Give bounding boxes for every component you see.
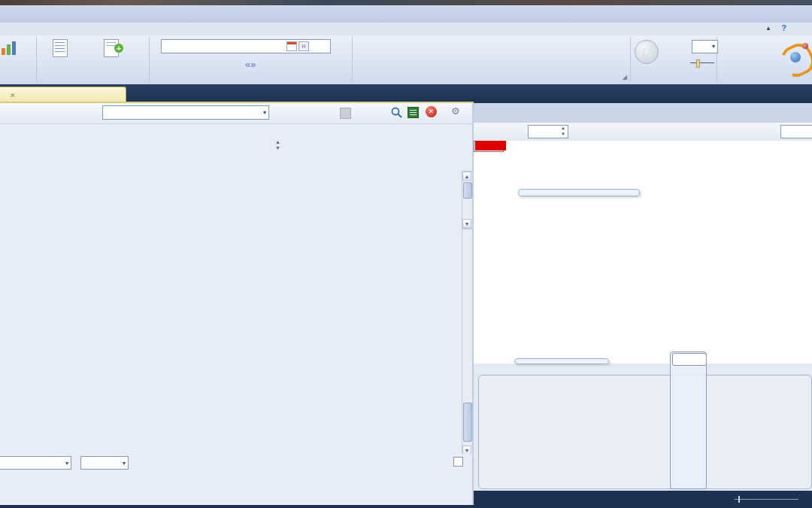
trade-log-icon	[53, 39, 68, 57]
settings-gear-icon[interactable]: ⚙	[451, 105, 460, 117]
analysis-panel: ▾ ✕ ⚙ ▲▼ ▲▼ ▼ ▾ ▾	[0, 103, 474, 508]
current-price-highlight	[670, 351, 707, 489]
checkbox-icon[interactable]	[453, 457, 463, 467]
quote-spinner[interactable]: ▲▼	[275, 139, 285, 153]
help-icon[interactable]: ?	[781, 23, 786, 32]
status-bar	[474, 491, 812, 508]
zoom-slider-thumb[interactable]	[738, 496, 740, 503]
background-strip	[0, 0, 812, 5]
auto-select[interactable]: ▾	[80, 456, 129, 470]
export-grid-icon[interactable]	[408, 107, 419, 118]
date-field[interactable]: H	[161, 39, 331, 53]
risk-chart-svg[interactable]	[474, 141, 812, 364]
playback-group: ▶ ▾	[630, 37, 717, 82]
position-toolbar: ▾ ✕ ⚙	[0, 103, 474, 124]
bottom-strip	[0, 505, 474, 508]
history-icon[interactable]: H	[298, 41, 309, 51]
vol-adjust-spinner[interactable]: ▲ ▼	[528, 125, 568, 138]
date-group: H «»	[149, 37, 353, 82]
menu-tools[interactable]	[6, 30, 21, 33]
play-button[interactable]: ▶	[635, 40, 659, 64]
chain-footer-bar: ▾ ▾	[0, 454, 474, 470]
optionnet-explorer-window: ▲ ? +	[0, 0, 812, 508]
tab-close-icon[interactable]: ✕	[10, 92, 16, 99]
calendar-icon[interactable]	[286, 41, 297, 51]
risk-chart[interactable]	[474, 141, 812, 364]
zoom-slider[interactable]	[735, 499, 798, 500]
ribbon: + H «» ◢	[0, 35, 812, 84]
document-tab-bar: ✕	[0, 84, 812, 103]
current-pnl-marker	[475, 141, 506, 151]
greeks-panel	[478, 375, 812, 489]
current-price-box	[672, 353, 707, 366]
menu-bar: ▲ ?	[0, 23, 812, 36]
strategy-select[interactable]: ▾	[102, 105, 269, 120]
combined-select[interactable]: ▾	[0, 456, 71, 470]
close-position-icon[interactable]: ✕	[426, 106, 437, 117]
tab-analysis-es[interactable]: ✕	[0, 87, 126, 103]
vol-adjust-bar: ▲ ▼	[474, 123, 812, 141]
windows-group: ◢	[352, 37, 631, 82]
nav-fast-back-icon[interactable]: «	[245, 59, 250, 70]
speed-slider[interactable]	[690, 62, 714, 63]
one-logo-icon	[780, 41, 810, 75]
group-expand-icon[interactable]: ◢	[623, 74, 627, 81]
tradelog-group: +	[36, 37, 150, 82]
date-lines-tooltip	[514, 358, 609, 364]
speed-slider-thumb[interactable]	[696, 59, 700, 68]
reports-group	[0, 37, 37, 82]
reports-icon	[0, 40, 18, 55]
zoom-icon[interactable]	[391, 107, 402, 118]
risk-tab-strip	[474, 103, 812, 123]
projection-date-field[interactable]	[780, 125, 812, 138]
title-bar[interactable]	[0, 5, 812, 23]
ignore-trades-checkbox[interactable]	[453, 457, 466, 467]
commit-trade-icon: +	[104, 39, 119, 57]
risk-panel: ▲ ▼	[474, 103, 812, 508]
interval-select[interactable]: ▾	[692, 40, 718, 53]
ribbon-collapse-icon[interactable]: ▲	[765, 25, 771, 32]
commit-icon	[340, 108, 351, 119]
positions-legend	[518, 189, 640, 196]
nav-fast-fwd-icon[interactable]: »	[250, 59, 256, 70]
menu-support[interactable]	[24, 30, 39, 33]
date-nav: «»	[149, 57, 352, 71]
